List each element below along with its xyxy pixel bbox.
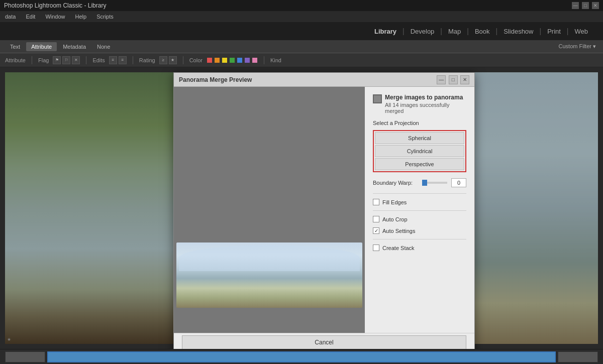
- menu-scripts[interactable]: Scripts: [94, 13, 116, 21]
- auto-crop-label: Auto Crop: [382, 216, 408, 222]
- color-orange[interactable]: [214, 57, 220, 63]
- cancel-button[interactable]: Cancel: [182, 335, 466, 349]
- fill-edges-row: Fill Edges: [373, 199, 466, 205]
- merge-title: Merge images to panorama: [385, 94, 466, 101]
- separator-5: [264, 56, 264, 64]
- flag-label: Flag: [38, 57, 49, 63]
- color-blue[interactable]: [237, 57, 243, 63]
- flag-icon-1[interactable]: ⚑: [53, 56, 61, 64]
- edits-icon-1[interactable]: ≡: [109, 56, 117, 64]
- panorama-preview-area: [174, 87, 365, 333]
- app-title: Photoshop Lightroom Classic - Library: [4, 2, 106, 9]
- color-pink[interactable]: [252, 57, 258, 63]
- dialog-minimize[interactable]: —: [437, 75, 446, 84]
- divider-1: [373, 193, 466, 194]
- panorama-dialog: Panorama Merge Preview — □ ✕: [173, 72, 475, 349]
- filter-bar: Text Attribute Metadata None Custom Filt…: [0, 40, 603, 53]
- settings-panel: Merge images to panorama All 14 images s…: [365, 87, 474, 333]
- nav-slideshow[interactable]: Slideshow: [498, 26, 538, 37]
- create-stack-row: Create Stack: [373, 245, 466, 251]
- btn-spherical[interactable]: Spherical: [375, 132, 464, 144]
- dialog-window-controls: — □ ✕: [436, 75, 469, 84]
- merge-text: Merge images to panorama All 14 images s…: [385, 94, 466, 114]
- edits-label: Edits: [92, 57, 105, 63]
- separator-2: [86, 56, 86, 64]
- custom-filter-label[interactable]: Custom Filter ▾: [559, 43, 596, 50]
- filter-none[interactable]: None: [92, 42, 115, 51]
- boundary-slider[interactable]: [422, 182, 447, 184]
- nav-print[interactable]: Print: [542, 26, 566, 37]
- auto-settings-checkbox[interactable]: [373, 227, 379, 234]
- flag-icon-3[interactable]: ✕: [72, 56, 80, 64]
- dialog-footer: Cancel Merge: [174, 333, 474, 349]
- create-stack-label: Create Stack: [382, 245, 415, 251]
- top-navigation: Library | Develop | Map | Book | Slidesh…: [0, 22, 603, 40]
- separator-1: [32, 56, 32, 64]
- btn-cylindrical[interactable]: Cylindrical: [375, 145, 464, 157]
- merge-icon: [373, 94, 382, 103]
- separator-4: [183, 56, 183, 64]
- color-red[interactable]: [207, 57, 213, 63]
- rating-gt[interactable]: ≥: [159, 56, 167, 64]
- merge-header: Merge images to panorama All 14 images s…: [373, 94, 466, 114]
- edits-icons: ≡ ≡: [109, 56, 127, 64]
- maximize-button[interactable]: □: [582, 2, 589, 9]
- edits-icon-2[interactable]: ≡: [119, 56, 127, 64]
- nav-map[interactable]: Map: [443, 26, 466, 37]
- filmstrip-thumb-2[interactable]: [558, 351, 598, 362]
- merge-subtitle: All 14 images successfully merged: [385, 102, 466, 114]
- dialog-body: Merge images to panorama All 14 images s…: [174, 87, 474, 333]
- auto-crop-checkbox[interactable]: [373, 216, 379, 222]
- menu-data[interactable]: data: [3, 13, 18, 21]
- menu-edit[interactable]: Edit: [24, 13, 37, 21]
- boundary-thumb[interactable]: [422, 180, 427, 186]
- main-area: ★ Panorama Merge Preview — □ ✕: [0, 67, 603, 349]
- photo-grid: ★ Panorama Merge Preview — □ ✕: [0, 67, 603, 349]
- attr-label: Attribute: [5, 57, 26, 63]
- menu-window[interactable]: Window: [43, 13, 67, 21]
- boundary-value[interactable]: 0: [451, 178, 466, 187]
- fill-edges-checkbox[interactable]: [373, 199, 379, 205]
- window-controls: — □ ✕: [572, 2, 599, 9]
- rating-icons: ≥ ★: [159, 56, 177, 64]
- color-label: Color: [189, 57, 203, 63]
- boundary-warp-row: Boundary Warp: 0: [373, 178, 466, 187]
- create-stack-checkbox[interactable]: [373, 245, 379, 251]
- flag-icon-2[interactable]: ⚐: [62, 56, 70, 64]
- close-button[interactable]: ✕: [592, 2, 599, 9]
- color-yellow[interactable]: [222, 57, 228, 63]
- titlebar: Photoshop Lightroom Classic - Library — …: [0, 0, 603, 11]
- dialog-close[interactable]: ✕: [460, 75, 469, 84]
- dialog-maximize[interactable]: □: [449, 75, 458, 84]
- separator-3: [133, 56, 133, 64]
- nav-library[interactable]: Library: [369, 26, 401, 37]
- color-green[interactable]: [229, 57, 235, 63]
- auto-crop-row: Auto Crop: [373, 216, 466, 222]
- divider-3: [373, 239, 466, 239]
- rating-label: Rating: [139, 57, 155, 63]
- toolbar: Attribute Flag ⚑ ⚐ ✕ Edits ≡ ≡ Rating ≥ …: [0, 53, 603, 67]
- flag-icons: ⚑ ⚐ ✕: [53, 56, 80, 64]
- dialog-overlay: Panorama Merge Preview — □ ✕: [0, 67, 603, 349]
- filter-attribute[interactable]: Attribute: [26, 42, 57, 51]
- filter-metadata[interactable]: Metadata: [58, 42, 91, 51]
- star-icon[interactable]: ★: [169, 56, 177, 64]
- nav-web[interactable]: Web: [570, 26, 593, 37]
- filmstrip: [0, 349, 603, 364]
- auto-settings-label: Auto Settings: [382, 228, 415, 234]
- projection-section: Select a Projection Spherical Cylindrica…: [373, 120, 466, 172]
- nav-develop[interactable]: Develop: [406, 26, 440, 37]
- minimize-button[interactable]: —: [572, 2, 579, 9]
- filmstrip-thumb-1[interactable]: [5, 351, 45, 362]
- dialog-titlebar: Panorama Merge Preview — □ ✕: [174, 73, 474, 87]
- filter-text[interactable]: Text: [5, 42, 25, 51]
- menubar: data Edit Window Help Scripts: [0, 11, 603, 22]
- boundary-label: Boundary Warp:: [373, 180, 418, 186]
- color-purple[interactable]: [244, 57, 250, 63]
- panorama-preview-image: [176, 242, 362, 308]
- btn-perspective[interactable]: Perspective: [375, 158, 464, 170]
- color-icons: [207, 57, 258, 63]
- nav-book[interactable]: Book: [470, 26, 495, 37]
- menu-help[interactable]: Help: [73, 13, 89, 21]
- filmstrip-thumb-selected[interactable]: [47, 351, 556, 362]
